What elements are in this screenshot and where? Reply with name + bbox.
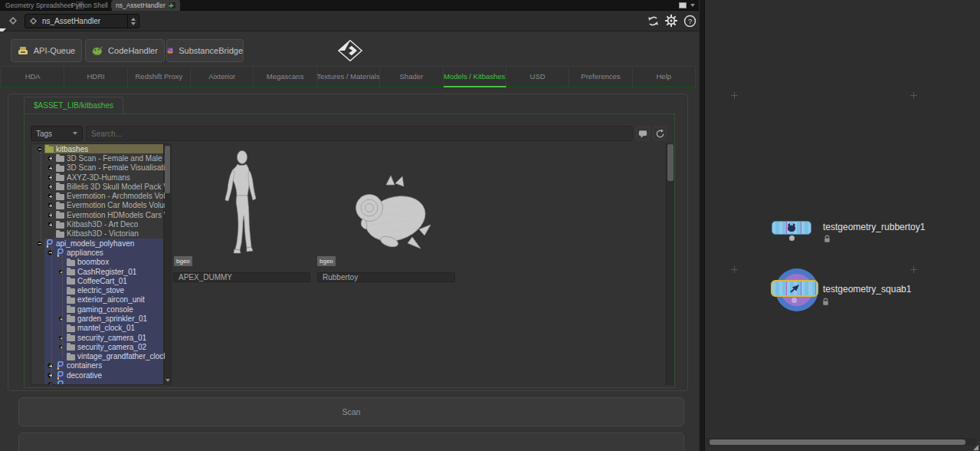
tab-megascans[interactable]: Megascans xyxy=(254,67,316,87)
tree-item[interactable]: Evermotion HDModels Cars V... xyxy=(31,210,165,219)
tab-hda[interactable]: HDA xyxy=(2,67,64,87)
new-tab-button[interactable]: + xyxy=(166,0,176,11)
tab-help[interactable]: Help xyxy=(633,67,695,87)
tree-item[interactable]: AXYZ-3D-Humans xyxy=(31,173,165,182)
panel-interface-selector[interactable]: ns_AssetHandler xyxy=(25,14,139,28)
expand-icon[interactable] xyxy=(58,268,64,274)
help-icon[interactable]: ? xyxy=(683,14,696,28)
rubbertoy-icon xyxy=(786,223,797,232)
scrollbar-thumb[interactable] xyxy=(710,439,965,445)
tree-item[interactable]: 3D Scan - Female Visualisatio... xyxy=(31,163,165,173)
grid-vertical-scrollbar[interactable] xyxy=(666,143,674,385)
resize-grip-icon[interactable] xyxy=(973,445,978,450)
pane-menu-caret-icon[interactable] xyxy=(690,4,695,7)
expand-icon[interactable] xyxy=(47,212,54,219)
expand-icon[interactable] xyxy=(47,221,54,228)
api-queue-button[interactable]: API-Queue xyxy=(11,39,82,62)
expand-icon[interactable] xyxy=(47,174,54,181)
node-output-connector[interactable] xyxy=(789,235,795,241)
pin-icon[interactable] xyxy=(6,14,20,28)
tab-usd[interactable]: USD xyxy=(506,67,569,87)
scroll-down-icon[interactable] xyxy=(166,379,170,382)
folder-icon xyxy=(56,212,64,219)
code-handler-button[interactable]: CodeHandler xyxy=(85,39,165,62)
scrollbar-thumb[interactable] xyxy=(165,146,170,193)
expand-icon[interactable] xyxy=(58,316,64,321)
tree-guide-line xyxy=(62,255,63,357)
asset-handler-pane: Geometry Spreadsheet × Python Shell × ns… xyxy=(0,0,699,451)
secondary-action-bar[interactable] xyxy=(18,433,684,451)
settings-gear-icon[interactable] xyxy=(664,14,678,28)
expand-icon[interactable] xyxy=(47,183,54,190)
expand-icon[interactable] xyxy=(58,334,64,340)
grid-marker-icon xyxy=(910,266,917,273)
asset-name-field[interactable]: Rubbertoy xyxy=(317,272,455,282)
substance-bridge-button[interactable]: SubstanceBridge xyxy=(166,39,244,62)
node-output-connector[interactable] xyxy=(792,298,797,303)
collapse-icon[interactable] xyxy=(36,240,43,247)
tree-vertical-scrollbar[interactable] xyxy=(163,144,171,384)
folder-icon xyxy=(67,335,75,341)
asset-name-field[interactable]: APEX_DUMMY xyxy=(173,272,310,282)
node-testgeometry-rubbertoy1[interactable] xyxy=(772,221,811,235)
selector-spinner[interactable] xyxy=(127,15,139,28)
expand-icon[interactable] xyxy=(47,202,54,209)
tree-item[interactable]: Evermotion - Archmodels Vol. ... xyxy=(31,191,165,200)
collapse-icon[interactable] xyxy=(36,146,43,153)
tree-item-partial[interactable] xyxy=(31,380,165,385)
expand-icon[interactable] xyxy=(47,372,54,379)
tree-item[interactable]: Kitbash3D - Victorian xyxy=(31,229,165,239)
refresh-icon[interactable] xyxy=(653,127,667,140)
tab-shader[interactable]: Shader xyxy=(380,67,443,87)
tree-item[interactable]: Billelis 3D Skull Model Pack V... xyxy=(31,182,165,191)
network-horizontal-scrollbar[interactable] xyxy=(706,438,976,446)
scan-button[interactable]: Scan xyxy=(18,397,684,426)
expand-icon[interactable] xyxy=(58,344,64,350)
pane-divider[interactable] xyxy=(699,0,704,451)
asset-thumbnail-apex-dummy[interactable] xyxy=(216,150,267,258)
node-label[interactable]: testgeometry_rubbertoy1 xyxy=(823,222,925,232)
expand-icon[interactable] xyxy=(47,193,54,199)
collapse-icon[interactable] xyxy=(47,249,54,256)
scrollbar-thumb[interactable] xyxy=(667,144,674,181)
tree-item[interactable]: 3D Scan - Female and Male E... xyxy=(31,153,165,163)
comment-icon[interactable] xyxy=(636,127,650,140)
tree-item-kitbashes[interactable]: kitbashes xyxy=(31,144,165,153)
asset-thumbnail-rubbertoy[interactable] xyxy=(346,174,432,258)
grid-marker-icon xyxy=(910,92,917,99)
format-badge: bgeo xyxy=(174,256,192,266)
tab-hdri[interactable]: HDRI xyxy=(64,67,127,87)
search-input[interactable] xyxy=(86,126,633,141)
expand-icon[interactable] xyxy=(47,362,54,369)
tab-textures-materials[interactable]: Textures / Materials xyxy=(317,67,380,87)
network-editor[interactable]: testgeometry_rubbertoy1 testgeometry_squ… xyxy=(704,0,980,451)
pane-header: ns_AssetHandler ? xyxy=(0,11,699,31)
tab-preferences[interactable]: Preferences xyxy=(569,67,632,87)
lock-icon[interactable] xyxy=(824,235,831,243)
library-tree: kitbashes 3D Scan - Female and Male E...… xyxy=(31,143,172,385)
expand-icon[interactable] xyxy=(47,155,54,162)
tab-redshift-proxy[interactable]: Redshift Proxy xyxy=(128,67,191,87)
tab-models-kitbashes[interactable]: Models / Kitbashes xyxy=(444,67,506,87)
expand-icon[interactable] xyxy=(47,164,54,171)
svg-text:?: ? xyxy=(687,16,691,25)
grid-marker-icon xyxy=(731,92,738,99)
lock-icon[interactable] xyxy=(822,298,829,306)
expand-icon[interactable] xyxy=(47,381,54,385)
category-tab-bar: HDA HDRI Redshift Proxy Aixterior Megasc… xyxy=(1,66,696,87)
tree-item[interactable]: Kitbash3D - Art Deco xyxy=(31,219,165,229)
chevron-down-icon xyxy=(73,132,77,135)
tags-dropdown[interactable]: Tags xyxy=(31,126,83,141)
folder-icon xyxy=(67,269,75,275)
reload-interface-icon[interactable] xyxy=(646,14,660,28)
tree-item[interactable]: Evermotion Car Models Volum... xyxy=(31,201,165,210)
pane-maximize-icon[interactable] xyxy=(679,2,687,8)
folder-icon xyxy=(45,146,54,153)
tab-aixterior[interactable]: Aixterior xyxy=(191,67,254,87)
library-path-tab[interactable]: $ASSET_LIB/kitbashes xyxy=(24,97,123,114)
node-testgeometry-squab1[interactable] xyxy=(771,280,818,297)
library-area: Tags kitbashes 3D Scan - Female and Male… xyxy=(24,114,675,388)
grid-marker-icon xyxy=(731,266,738,273)
node-label[interactable]: testgeometry_squab1 xyxy=(823,284,911,295)
folder-icon xyxy=(56,232,64,238)
